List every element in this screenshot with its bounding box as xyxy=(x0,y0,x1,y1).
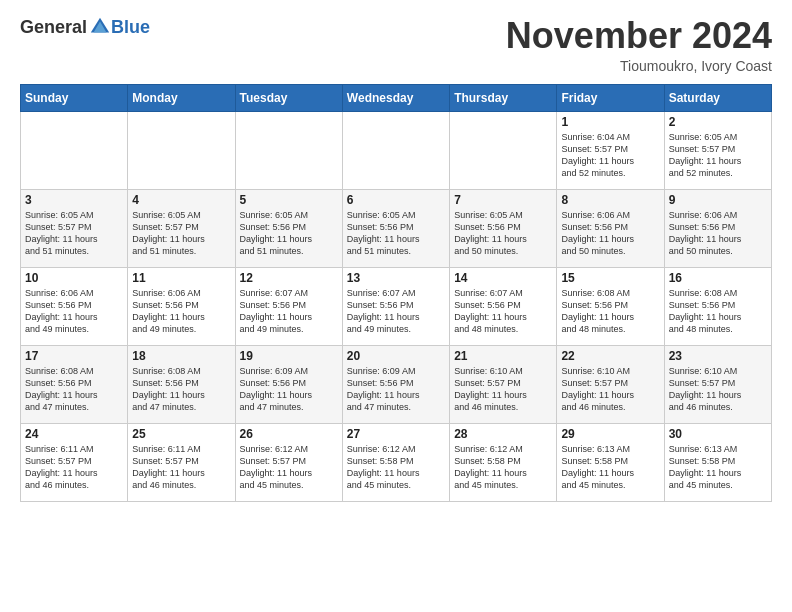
day-info: Sunrise: 6:12 AMSunset: 5:58 PMDaylight:… xyxy=(347,443,445,492)
calendar-cell: 6Sunrise: 6:05 AMSunset: 5:56 PMDaylight… xyxy=(342,189,449,267)
logo-blue: Blue xyxy=(111,17,150,38)
calendar-cell: 8Sunrise: 6:06 AMSunset: 5:56 PMDaylight… xyxy=(557,189,664,267)
logo-text: General Blue xyxy=(20,16,150,38)
days-of-week-row: SundayMondayTuesdayWednesdayThursdayFrid… xyxy=(21,84,772,111)
day-info: Sunrise: 6:08 AMSunset: 5:56 PMDaylight:… xyxy=(132,365,230,414)
day-number: 20 xyxy=(347,349,445,363)
calendar-header: SundayMondayTuesdayWednesdayThursdayFrid… xyxy=(21,84,772,111)
location: Tioumoukro, Ivory Coast xyxy=(506,58,772,74)
day-number: 27 xyxy=(347,427,445,441)
day-info: Sunrise: 6:10 AMSunset: 5:57 PMDaylight:… xyxy=(669,365,767,414)
calendar-cell xyxy=(450,111,557,189)
calendar-cell: 21Sunrise: 6:10 AMSunset: 5:57 PMDayligh… xyxy=(450,345,557,423)
day-number: 18 xyxy=(132,349,230,363)
calendar-cell: 27Sunrise: 6:12 AMSunset: 5:58 PMDayligh… xyxy=(342,423,449,501)
day-of-week-header: Monday xyxy=(128,84,235,111)
day-number: 9 xyxy=(669,193,767,207)
day-info: Sunrise: 6:10 AMSunset: 5:57 PMDaylight:… xyxy=(561,365,659,414)
calendar-cell: 23Sunrise: 6:10 AMSunset: 5:57 PMDayligh… xyxy=(664,345,771,423)
day-info: Sunrise: 6:08 AMSunset: 5:56 PMDaylight:… xyxy=(561,287,659,336)
calendar-week-row: 1Sunrise: 6:04 AMSunset: 5:57 PMDaylight… xyxy=(21,111,772,189)
logo: General Blue xyxy=(20,16,150,38)
calendar-week-row: 10Sunrise: 6:06 AMSunset: 5:56 PMDayligh… xyxy=(21,267,772,345)
day-info: Sunrise: 6:11 AMSunset: 5:57 PMDaylight:… xyxy=(25,443,123,492)
day-number: 3 xyxy=(25,193,123,207)
day-info: Sunrise: 6:07 AMSunset: 5:56 PMDaylight:… xyxy=(240,287,338,336)
day-number: 12 xyxy=(240,271,338,285)
calendar-cell: 9Sunrise: 6:06 AMSunset: 5:56 PMDaylight… xyxy=(664,189,771,267)
day-number: 8 xyxy=(561,193,659,207)
day-info: Sunrise: 6:08 AMSunset: 5:56 PMDaylight:… xyxy=(25,365,123,414)
day-of-week-header: Sunday xyxy=(21,84,128,111)
calendar-cell: 12Sunrise: 6:07 AMSunset: 5:56 PMDayligh… xyxy=(235,267,342,345)
day-number: 2 xyxy=(669,115,767,129)
day-number: 11 xyxy=(132,271,230,285)
calendar-body: 1Sunrise: 6:04 AMSunset: 5:57 PMDaylight… xyxy=(21,111,772,501)
day-number: 21 xyxy=(454,349,552,363)
calendar-cell: 26Sunrise: 6:12 AMSunset: 5:57 PMDayligh… xyxy=(235,423,342,501)
calendar-cell: 11Sunrise: 6:06 AMSunset: 5:56 PMDayligh… xyxy=(128,267,235,345)
day-number: 30 xyxy=(669,427,767,441)
calendar-cell: 7Sunrise: 6:05 AMSunset: 5:56 PMDaylight… xyxy=(450,189,557,267)
calendar-cell: 2Sunrise: 6:05 AMSunset: 5:57 PMDaylight… xyxy=(664,111,771,189)
day-number: 6 xyxy=(347,193,445,207)
calendar-cell: 18Sunrise: 6:08 AMSunset: 5:56 PMDayligh… xyxy=(128,345,235,423)
day-number: 19 xyxy=(240,349,338,363)
day-number: 1 xyxy=(561,115,659,129)
day-number: 5 xyxy=(240,193,338,207)
calendar-cell: 14Sunrise: 6:07 AMSunset: 5:56 PMDayligh… xyxy=(450,267,557,345)
day-number: 13 xyxy=(347,271,445,285)
calendar-cell: 4Sunrise: 6:05 AMSunset: 5:57 PMDaylight… xyxy=(128,189,235,267)
title-section: November 2024 Tioumoukro, Ivory Coast xyxy=(506,16,772,74)
day-number: 25 xyxy=(132,427,230,441)
calendar-cell: 20Sunrise: 6:09 AMSunset: 5:56 PMDayligh… xyxy=(342,345,449,423)
day-info: Sunrise: 6:06 AMSunset: 5:56 PMDaylight:… xyxy=(561,209,659,258)
day-number: 14 xyxy=(454,271,552,285)
calendar-cell xyxy=(235,111,342,189)
day-number: 29 xyxy=(561,427,659,441)
day-of-week-header: Wednesday xyxy=(342,84,449,111)
calendar-cell: 22Sunrise: 6:10 AMSunset: 5:57 PMDayligh… xyxy=(557,345,664,423)
day-info: Sunrise: 6:06 AMSunset: 5:56 PMDaylight:… xyxy=(669,209,767,258)
day-number: 16 xyxy=(669,271,767,285)
day-of-week-header: Friday xyxy=(557,84,664,111)
calendar-cell: 25Sunrise: 6:11 AMSunset: 5:57 PMDayligh… xyxy=(128,423,235,501)
calendar-cell xyxy=(21,111,128,189)
day-info: Sunrise: 6:05 AMSunset: 5:57 PMDaylight:… xyxy=(25,209,123,258)
day-info: Sunrise: 6:13 AMSunset: 5:58 PMDaylight:… xyxy=(561,443,659,492)
day-number: 15 xyxy=(561,271,659,285)
day-info: Sunrise: 6:12 AMSunset: 5:58 PMDaylight:… xyxy=(454,443,552,492)
day-of-week-header: Saturday xyxy=(664,84,771,111)
calendar-cell: 13Sunrise: 6:07 AMSunset: 5:56 PMDayligh… xyxy=(342,267,449,345)
day-of-week-header: Tuesday xyxy=(235,84,342,111)
day-number: 24 xyxy=(25,427,123,441)
day-info: Sunrise: 6:05 AMSunset: 5:57 PMDaylight:… xyxy=(669,131,767,180)
day-info: Sunrise: 6:06 AMSunset: 5:56 PMDaylight:… xyxy=(132,287,230,336)
day-info: Sunrise: 6:09 AMSunset: 5:56 PMDaylight:… xyxy=(240,365,338,414)
day-info: Sunrise: 6:13 AMSunset: 5:58 PMDaylight:… xyxy=(669,443,767,492)
day-info: Sunrise: 6:12 AMSunset: 5:57 PMDaylight:… xyxy=(240,443,338,492)
day-number: 22 xyxy=(561,349,659,363)
logo-general: General xyxy=(20,17,87,38)
day-number: 17 xyxy=(25,349,123,363)
day-info: Sunrise: 6:09 AMSunset: 5:56 PMDaylight:… xyxy=(347,365,445,414)
day-number: 28 xyxy=(454,427,552,441)
calendar-cell: 1Sunrise: 6:04 AMSunset: 5:57 PMDaylight… xyxy=(557,111,664,189)
calendar-cell: 17Sunrise: 6:08 AMSunset: 5:56 PMDayligh… xyxy=(21,345,128,423)
day-info: Sunrise: 6:05 AMSunset: 5:57 PMDaylight:… xyxy=(132,209,230,258)
calendar-cell xyxy=(342,111,449,189)
day-info: Sunrise: 6:10 AMSunset: 5:57 PMDaylight:… xyxy=(454,365,552,414)
day-info: Sunrise: 6:11 AMSunset: 5:57 PMDaylight:… xyxy=(132,443,230,492)
calendar-cell: 5Sunrise: 6:05 AMSunset: 5:56 PMDaylight… xyxy=(235,189,342,267)
calendar-cell xyxy=(128,111,235,189)
day-number: 4 xyxy=(132,193,230,207)
page: General Blue November 2024 Tioumoukro, I… xyxy=(0,0,792,512)
calendar-cell: 24Sunrise: 6:11 AMSunset: 5:57 PMDayligh… xyxy=(21,423,128,501)
calendar-cell: 19Sunrise: 6:09 AMSunset: 5:56 PMDayligh… xyxy=(235,345,342,423)
calendar-cell: 3Sunrise: 6:05 AMSunset: 5:57 PMDaylight… xyxy=(21,189,128,267)
calendar-week-row: 17Sunrise: 6:08 AMSunset: 5:56 PMDayligh… xyxy=(21,345,772,423)
day-info: Sunrise: 6:05 AMSunset: 5:56 PMDaylight:… xyxy=(454,209,552,258)
day-number: 7 xyxy=(454,193,552,207)
calendar-cell: 10Sunrise: 6:06 AMSunset: 5:56 PMDayligh… xyxy=(21,267,128,345)
day-info: Sunrise: 6:05 AMSunset: 5:56 PMDaylight:… xyxy=(240,209,338,258)
